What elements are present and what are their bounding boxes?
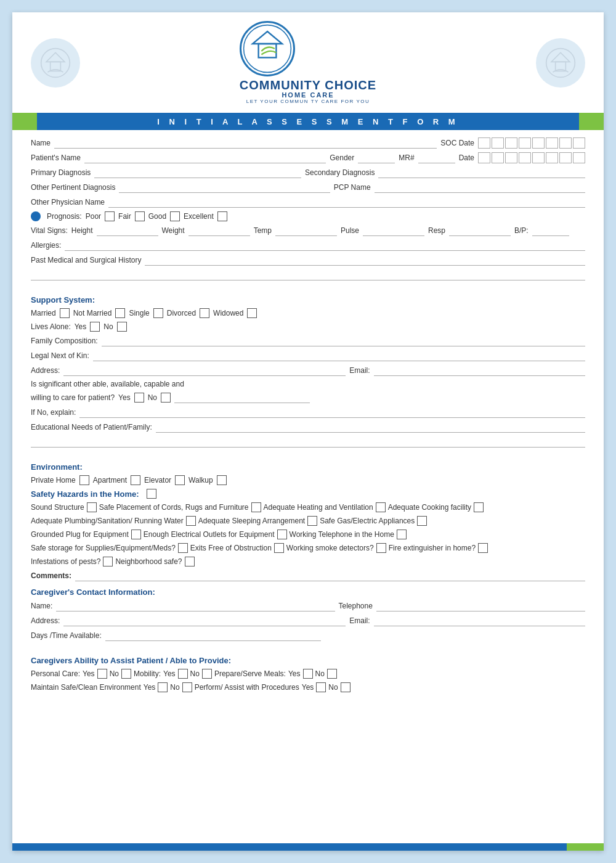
smoke-detectors-cb[interactable] bbox=[376, 543, 386, 553]
email-label: Email: bbox=[349, 366, 370, 375]
other-physician-input[interactable] bbox=[108, 197, 585, 208]
brand-sub: HOME CARE bbox=[240, 91, 376, 99]
adequate-sleeping-cb[interactable] bbox=[307, 516, 317, 526]
perform-assist-yes-cb[interactable] bbox=[316, 682, 326, 692]
bp-input[interactable] bbox=[532, 225, 569, 236]
past-medical-input[interactable] bbox=[145, 255, 585, 266]
lives-alone-yes-checkbox[interactable] bbox=[90, 322, 100, 332]
safe-placement-cb[interactable] bbox=[251, 502, 261, 512]
resp-input[interactable] bbox=[449, 225, 511, 236]
address-input[interactable] bbox=[63, 365, 346, 376]
row-diagnosis: Primary Diagnosis Secondary Diagnosis bbox=[31, 167, 585, 178]
personal-care-no-label: No bbox=[110, 669, 119, 678]
divorced-checkbox[interactable] bbox=[200, 308, 209, 318]
title-bar-main: I N I T I A L A S S E S S M E N T F O R … bbox=[37, 113, 579, 130]
fair-checkbox[interactable] bbox=[135, 211, 145, 221]
date-d4 bbox=[519, 152, 531, 163]
enough-outlets-cb[interactable] bbox=[277, 530, 287, 539]
educational-needs-input[interactable] bbox=[156, 422, 585, 433]
sound-structure-cb[interactable] bbox=[87, 502, 97, 512]
widowed-label: Widowed bbox=[213, 309, 243, 317]
educational-needs-input-2[interactable] bbox=[31, 436, 585, 448]
days-time-input[interactable] bbox=[105, 630, 321, 641]
widowed-checkbox[interactable] bbox=[247, 308, 257, 318]
maintain-safe-no-cb[interactable] bbox=[182, 682, 192, 692]
exits-free-cb[interactable] bbox=[274, 543, 284, 553]
willing-extra-input[interactable] bbox=[174, 392, 310, 403]
past-medical-input-2[interactable] bbox=[31, 269, 585, 280]
mobility-no-cb[interactable] bbox=[202, 669, 212, 679]
pcp-name-input[interactable] bbox=[375, 182, 585, 193]
excellent-checkbox[interactable] bbox=[217, 211, 227, 221]
private-home-checkbox[interactable] bbox=[79, 475, 89, 485]
married-checkbox[interactable] bbox=[60, 308, 70, 318]
other-pertinent-input[interactable] bbox=[119, 182, 330, 193]
maintain-safe-yes-cb[interactable] bbox=[158, 682, 168, 692]
svg-marker-7 bbox=[551, 52, 570, 62]
personal-care-no-cb[interactable] bbox=[121, 669, 131, 679]
caregiver-name-input[interactable] bbox=[56, 600, 334, 611]
row-lives-alone: Lives Alone: Yes No bbox=[31, 322, 585, 332]
willing-no-checkbox[interactable] bbox=[161, 393, 171, 403]
patients-name-input[interactable] bbox=[84, 152, 326, 163]
email-input[interactable] bbox=[374, 365, 585, 376]
mr-input[interactable] bbox=[418, 152, 455, 163]
primary-dx-input[interactable] bbox=[94, 167, 301, 178]
adequate-cooking-cb[interactable] bbox=[474, 502, 484, 512]
if-no-explain-input[interactable] bbox=[79, 407, 585, 418]
telephone-input[interactable] bbox=[376, 600, 585, 611]
single-label: Single bbox=[129, 309, 149, 317]
caregiver-address-label: Address: bbox=[31, 616, 60, 625]
poor-checkbox[interactable] bbox=[105, 211, 115, 221]
adequate-heating-cb[interactable] bbox=[376, 502, 386, 512]
personal-care-yes-label: Yes bbox=[83, 669, 95, 678]
willing-yes-checkbox[interactable] bbox=[134, 393, 144, 403]
elevator-checkbox[interactable] bbox=[175, 475, 185, 485]
adequate-sleeping-label: Adequate Sleeping Arrangement bbox=[198, 517, 305, 525]
grounded-plug-cb[interactable] bbox=[131, 530, 141, 539]
good-checkbox[interactable] bbox=[170, 211, 180, 221]
prepare-meals-yes-cb[interactable] bbox=[303, 669, 313, 679]
safety-hazards-main-checkbox[interactable] bbox=[147, 489, 156, 499]
family-composition-input[interactable] bbox=[102, 335, 585, 346]
temp-input[interactable] bbox=[275, 225, 337, 236]
comments-input[interactable] bbox=[75, 570, 585, 581]
resp-label: Resp bbox=[428, 226, 445, 235]
personal-care-yes-cb[interactable] bbox=[97, 669, 107, 679]
willing-yes-label: Yes bbox=[118, 393, 131, 402]
mobility-yes-cb[interactable] bbox=[178, 669, 188, 679]
fire-extinguisher-label: Fire extinguisher in home? bbox=[389, 544, 476, 552]
row-prognosis: Prognosis: Poor Fair Good Excellent bbox=[31, 211, 585, 221]
secondary-dx-input[interactable] bbox=[378, 167, 585, 178]
perform-assist-no-cb[interactable] bbox=[341, 682, 351, 692]
pulse-input[interactable] bbox=[363, 225, 424, 236]
height-input[interactable] bbox=[97, 225, 158, 236]
adequate-plumbing-cb[interactable] bbox=[186, 516, 196, 526]
caregiver-address-input[interactable] bbox=[63, 615, 346, 626]
weight-input[interactable] bbox=[188, 225, 250, 236]
exits-free-label: Exits Free of Obstruction bbox=[190, 544, 272, 552]
soc-d8 bbox=[573, 137, 585, 149]
single-checkbox[interactable] bbox=[153, 308, 163, 318]
safe-storage-cb[interactable] bbox=[178, 543, 188, 553]
neighborhood-safe-label: Neighborhood safe? bbox=[115, 557, 182, 566]
legal-nok-input[interactable] bbox=[93, 350, 585, 361]
soc-date-boxes bbox=[478, 137, 585, 149]
caregiver-email-input[interactable] bbox=[374, 615, 585, 626]
name-input[interactable] bbox=[54, 137, 437, 149]
apartment-checkbox[interactable] bbox=[131, 475, 140, 485]
fire-extinguisher-cb[interactable] bbox=[478, 543, 488, 553]
prepare-meals-no-cb[interactable] bbox=[327, 669, 337, 679]
safe-gas-cb[interactable] bbox=[417, 516, 427, 526]
walkup-checkbox[interactable] bbox=[217, 475, 227, 485]
allergies-input[interactable] bbox=[65, 240, 585, 251]
fair-label: Fair bbox=[118, 212, 131, 221]
lives-alone-no-checkbox[interactable] bbox=[117, 322, 127, 332]
date-d8 bbox=[573, 152, 585, 163]
gender-input[interactable] bbox=[358, 152, 395, 163]
neighborhood-safe-cb[interactable] bbox=[185, 557, 195, 566]
infestations-cb[interactable] bbox=[103, 557, 113, 566]
working-telephone-cb[interactable] bbox=[397, 530, 407, 539]
not-married-checkbox[interactable] bbox=[115, 308, 125, 318]
divorced-label: Divorced bbox=[167, 309, 196, 317]
